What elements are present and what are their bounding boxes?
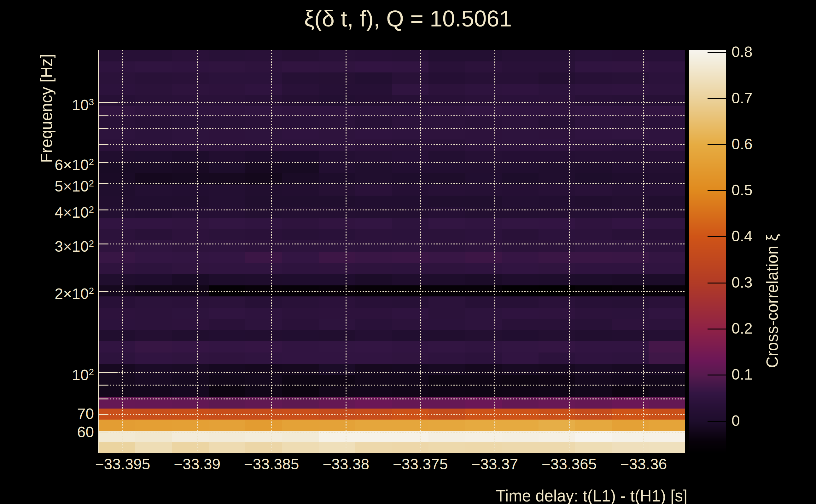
y-tick-label: 5×102	[55, 175, 94, 192]
colorbar-tick-label: 0.3	[732, 274, 753, 291]
grid-line-horizontal	[99, 102, 685, 103]
y-tick-label: 102	[72, 364, 94, 380]
colorbar-canvas	[689, 50, 726, 453]
y-tick-mark	[99, 243, 108, 244]
grid-line-horizontal	[99, 183, 685, 184]
x-tick-label: −33.38	[305, 456, 387, 473]
y-tick-label: 60	[77, 424, 94, 440]
colorbar-tick-label: 0.4	[732, 228, 753, 244]
grid-line-horizontal	[99, 144, 685, 145]
grid-line-horizontal	[99, 372, 685, 373]
colorbar-tick-mark	[708, 52, 726, 53]
x-tick-label: −33.395	[82, 456, 164, 473]
grid-line-horizontal	[99, 291, 685, 292]
grid-line-vertical	[271, 50, 272, 453]
y-tick-mark	[99, 398, 108, 399]
y-tick-label: 3×102	[55, 235, 94, 252]
y-tick-mark	[99, 128, 108, 129]
x-tick-label: −33.365	[528, 456, 610, 473]
colorbar-tick-mark	[708, 144, 726, 145]
x-tick-label: −33.375	[379, 456, 461, 473]
y-tick-label: 70	[77, 406, 94, 422]
grid-line-horizontal	[99, 115, 685, 116]
y-tick-mark	[99, 414, 108, 415]
colorbar-tick-mark	[708, 375, 726, 375]
grid-line-horizontal	[99, 128, 685, 129]
y-axis-title: Frequency [Hz]	[37, 39, 56, 163]
x-tick-label: −33.37	[454, 456, 536, 473]
grid-line-horizontal	[99, 414, 685, 415]
grid-line-horizontal	[99, 398, 685, 399]
colorbar-tick-label: 0.1	[732, 366, 753, 383]
y-tick-mark	[99, 432, 108, 433]
grid-line-vertical	[197, 50, 198, 453]
colorbar-tick-mark	[708, 190, 726, 191]
colorbar-tick-mark	[708, 283, 726, 283]
grid-line-vertical	[122, 50, 123, 453]
y-tick-label: 2×102	[55, 283, 94, 299]
colorbar-tick-label: 0.2	[732, 320, 753, 337]
grid-line-vertical	[494, 50, 495, 453]
y-tick-mark	[99, 372, 118, 373]
colorbar-tick-mark	[708, 421, 726, 422]
colorbar-tick-mark	[708, 236, 726, 237]
y-tick-mark	[99, 209, 108, 210]
y-tick-mark	[99, 291, 108, 292]
colorbar-tick-label: 0.8	[732, 44, 753, 60]
grid-line-horizontal	[99, 162, 685, 163]
colorbar-tick-mark	[708, 329, 726, 329]
y-tick-mark	[99, 183, 108, 184]
y-tick-mark	[99, 385, 108, 386]
grid-line-vertical	[569, 50, 570, 453]
colorbar-title: Cross-correlation ξ	[763, 50, 782, 368]
x-tick-label: −33.39	[156, 456, 238, 473]
y-tick-label: 4×102	[55, 201, 94, 218]
figure-canvas: ξ(δ t, f), Q = 10.5061 1036×1025×1024×10…	[0, 0, 816, 504]
grid-line-vertical	[643, 50, 644, 453]
colorbar-tick-label: 0.5	[732, 182, 753, 198]
y-tick-mark	[99, 115, 108, 116]
y-tick-label: 6×102	[55, 154, 94, 170]
y-axis-line	[98, 50, 99, 453]
x-axis-title: Time delay: t(L1) - t(H1) [s]	[372, 487, 687, 504]
y-tick-mark	[99, 162, 108, 163]
colorbar-tick-label: 0.6	[732, 136, 753, 152]
grid-line-vertical	[420, 50, 421, 453]
plot-title: ξ(δ t, f), Q = 10.5061	[0, 6, 816, 31]
colorbar-tick-label: 0	[732, 413, 740, 429]
grid-line-horizontal	[99, 432, 685, 433]
x-tick-label: −33.385	[231, 456, 313, 473]
y-tick-mark	[99, 102, 118, 103]
colorbar-tick-label: 0.7	[732, 90, 753, 106]
y-tick-mark	[99, 144, 108, 145]
heatmap-canvas	[99, 50, 685, 453]
x-tick-label: −33.36	[602, 456, 685, 473]
y-tick-label: 103	[72, 94, 94, 110]
grid-line-horizontal	[99, 243, 685, 244]
grid-line-vertical	[346, 50, 347, 453]
colorbar-tick-mark	[708, 98, 726, 99]
grid-line-horizontal	[99, 385, 685, 386]
grid-line-horizontal	[99, 209, 685, 210]
